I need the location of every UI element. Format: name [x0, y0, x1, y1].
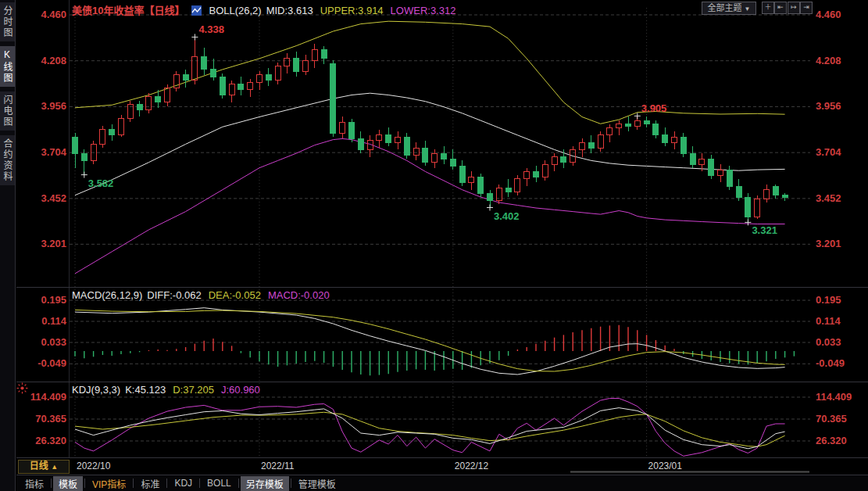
toolbar-separator — [166, 478, 167, 488]
svg-text:3.956: 3.956 — [41, 100, 66, 112]
svg-text:3.905: 3.905 — [641, 102, 667, 114]
svg-text:26.320: 26.320 — [35, 435, 66, 446]
svg-text:2022/11: 2022/11 — [261, 461, 295, 471]
svg-text:70.365: 70.365 — [35, 413, 66, 425]
boll-lower-value: LOWER:3.312 — [391, 5, 456, 16]
svg-text:2023/01: 2023/01 — [648, 461, 683, 471]
svg-text:0.114: 0.114 — [41, 315, 67, 327]
kdj-d-value: D:37.205 — [173, 384, 214, 396]
sidebar-tab-kline-chart[interactable]: K线图 — [0, 46, 15, 87]
svg-text:0.033: 0.033 — [41, 336, 66, 348]
expand-right-icon[interactable]: ↦ — [788, 2, 800, 14]
sidebar-tab-contract-info[interactable]: 合约资料 — [0, 135, 15, 185]
toolbar-tab-0[interactable]: 指标 — [20, 476, 49, 491]
svg-text:3.201: 3.201 — [816, 238, 841, 249]
triangle-up-icon: ▲ — [51, 463, 58, 471]
svg-text:2022/10: 2022/10 — [77, 461, 111, 471]
left-sidebar: 分时图 K线图 闪电图 合约资料 — [0, 0, 16, 491]
toolbar-tab-5[interactable]: BOLL — [202, 477, 237, 489]
toolbar-tab-2[interactable]: VIP指标 — [87, 476, 131, 491]
svg-text:0.195: 0.195 — [816, 294, 841, 306]
svg-text:4.460: 4.460 — [816, 9, 841, 20]
svg-text:3.704: 3.704 — [816, 146, 841, 158]
toolbar-separator — [238, 478, 239, 488]
svg-text:0.114: 0.114 — [816, 315, 841, 327]
kdj-j-value: J:60.960 — [221, 384, 260, 396]
compress-left-icon[interactable]: ⇤ — [774, 2, 787, 14]
kdj-indicator-label: KDJ(9,3,3) — [72, 384, 120, 396]
kdj-pane-legend: KDJ(9,3,3)K:45.123D:37.205J:60.960 — [72, 384, 267, 396]
svg-text:3.201: 3.201 — [41, 238, 66, 249]
sidebar-tab-lightning-chart[interactable]: 闪电图 — [0, 91, 15, 131]
trading-app-window: 4.3383.5823.4023.9053.3214.4604.4604.208… — [0, 0, 868, 491]
boll-upper-value: UPPER:3.914 — [320, 5, 384, 16]
svg-text:26.320: 26.320 — [816, 435, 847, 446]
svg-text:2022/12: 2022/12 — [455, 461, 489, 471]
svg-text:4.208: 4.208 — [41, 55, 66, 66]
crosshair-pan-icon[interactable]: ＋ — [762, 2, 774, 14]
toolbar-tab-6[interactable]: 另存模板 — [241, 476, 289, 491]
macd-diff-value: DIFF:-0.062 — [147, 289, 201, 301]
kdj-settings-icon[interactable] — [16, 382, 28, 394]
svg-text:-0.049: -0.049 — [816, 357, 845, 369]
svg-text:114.409: 114.409 — [30, 391, 66, 403]
macd-histogram — [75, 325, 794, 376]
macd-pane-legend: MACD(26,12,9)DIFF:-0.062DEA:-0.052MACD:-… — [72, 289, 337, 301]
bottom-toolbar-tabs: 指标模板VIP指标标准KDJBOLL另存模板管理模板 — [20, 476, 341, 491]
svg-text:70.365: 70.365 — [816, 413, 847, 425]
macd-dea-value: DEA:-0.052 — [209, 289, 261, 301]
macd-lines — [75, 308, 785, 375]
svg-text:3.956: 3.956 — [816, 100, 841, 112]
period-selector[interactable]: 日线 ▲ — [18, 460, 70, 474]
toolbar-separator — [199, 478, 200, 488]
toolbar-tab-4[interactable]: KDJ — [169, 477, 198, 489]
theme-dropdown-label: 全部主题 — [708, 3, 742, 13]
kdj-lines — [75, 399, 785, 457]
chart-canvas[interactable]: 4.3383.5823.4023.9053.3214.4604.4604.208… — [0, 0, 868, 491]
boll-mid-value: MID:3.613 — [266, 5, 313, 16]
toolbar-tab-7[interactable]: 管理模板 — [293, 476, 341, 491]
bollinger-bands — [75, 21, 785, 274]
candlestick-series — [73, 37, 788, 222]
svg-text:3.321: 3.321 — [752, 224, 777, 236]
svg-text:0.195: 0.195 — [41, 294, 66, 306]
price-annotations: 4.3383.5823.4023.9053.321 — [81, 23, 777, 236]
chevron-down-icon: ▼ — [745, 5, 751, 13]
svg-text:0.033: 0.033 — [816, 336, 841, 348]
svg-text:114.409: 114.409 — [816, 391, 852, 403]
svg-text:3.452: 3.452 — [41, 192, 66, 204]
page-right-icon[interactable]: ⇥ — [800, 2, 813, 14]
indicator-chart-icon — [191, 5, 202, 16]
toolbar-separator — [51, 478, 52, 488]
toolbar-separator — [133, 478, 134, 488]
price-pane-legend: 美债10年收益率【日线】BOLL(26,2)MID:3.613UPPER:3.9… — [72, 2, 463, 17]
svg-text:4.338: 4.338 — [198, 23, 224, 35]
svg-text:3.704: 3.704 — [41, 146, 66, 158]
toolbar-tab-1[interactable]: 模板 — [53, 476, 83, 491]
period-label: 日线 — [30, 461, 48, 471]
toolbar-separator — [291, 478, 291, 488]
kdj-k-value: K:45.123 — [125, 384, 166, 396]
svg-text:4.460: 4.460 — [41, 9, 66, 20]
svg-text:4.208: 4.208 — [816, 55, 841, 66]
theme-dropdown[interactable]: 全部主题 ▼ — [702, 2, 756, 15]
svg-text:3.452: 3.452 — [816, 192, 841, 204]
svg-text:3.582: 3.582 — [88, 177, 114, 189]
svg-text:3.402: 3.402 — [494, 210, 520, 222]
macd-macd-value: MACD:-0.020 — [268, 289, 330, 301]
x-axis-labels: 2022/102022/112022/122023/01 — [77, 461, 682, 471]
symbol-title: 美债10年收益率【日线】 — [72, 5, 184, 16]
boll-indicator-label: BOLL(26,2) — [209, 5, 261, 16]
svg-text:-0.049: -0.049 — [38, 357, 66, 369]
macd-indicator-label: MACD(26,12,9) — [72, 289, 142, 301]
toolbar-separator — [84, 478, 85, 488]
sidebar-tab-time-chart[interactable]: 分时图 — [0, 2, 15, 41]
toolbar-tab-3[interactable]: 标准 — [135, 476, 165, 491]
bottom-toolbar: 指标模板VIP指标标准KDJBOLL另存模板管理模板 — [16, 475, 868, 491]
